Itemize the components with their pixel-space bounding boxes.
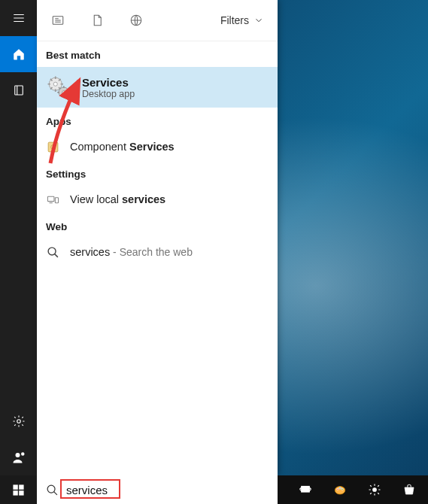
result-bold: services <box>122 193 165 205</box>
result-text: services <box>70 246 110 258</box>
svg-point-14 <box>48 247 56 255</box>
rail-menu-button[interactable] <box>0 0 37 36</box>
results-top-bar: Filters <box>37 0 278 41</box>
svg-rect-16 <box>19 484 23 489</box>
svg-point-9 <box>62 91 65 94</box>
section-apps: Apps <box>37 108 278 133</box>
best-match-title: Services <box>82 76 135 89</box>
svg-rect-18 <box>19 490 23 495</box>
devices-icon <box>46 193 59 206</box>
result-web-search[interactable]: services - Search the web <box>37 238 278 266</box>
system-tray <box>291 475 428 504</box>
store-icon[interactable] <box>395 475 423 504</box>
task-view-icon[interactable] <box>291 475 320 504</box>
result-view-local-services[interactable]: View local services <box>37 186 278 213</box>
svg-point-19 <box>47 485 55 493</box>
rail-account-button[interactable] <box>0 439 37 475</box>
section-best-match: Best match <box>37 41 278 67</box>
section-settings: Settings <box>37 160 278 186</box>
result-best-match-services[interactable]: Services Desktop app <box>37 67 278 108</box>
svg-point-3 <box>21 452 25 456</box>
search-icon <box>46 484 59 496</box>
svg-point-1 <box>17 420 20 424</box>
scope-news-icon[interactable] <box>50 13 65 28</box>
svg-rect-17 <box>13 490 17 495</box>
svg-point-22 <box>337 488 338 490</box>
svg-rect-12 <box>47 196 53 201</box>
filters-dropdown[interactable]: Filters <box>216 14 269 26</box>
chevron-down-icon <box>253 15 264 26</box>
rail-settings-button[interactable] <box>0 403 37 439</box>
taskbar <box>0 475 428 504</box>
svg-point-24 <box>341 488 343 490</box>
svg-point-2 <box>15 453 20 457</box>
svg-rect-10 <box>48 142 58 152</box>
search-input[interactable] <box>66 484 269 496</box>
result-component-services[interactable]: Component Services <box>37 133 278 160</box>
svg-point-25 <box>373 488 377 492</box>
taskbar-search-box[interactable] <box>37 475 278 504</box>
result-bold: Services <box>129 141 175 153</box>
section-web: Web <box>37 213 278 238</box>
best-match-subtitle: Desktop app <box>82 89 135 99</box>
search-results-panel: Filters Best match Services Desktop app … <box>37 0 278 475</box>
svg-rect-15 <box>13 484 17 489</box>
result-text: View local <box>70 193 122 205</box>
result-suffix: - Search the web <box>110 246 193 258</box>
scope-document-icon[interactable] <box>90 13 105 28</box>
services-gear-icon <box>46 74 71 100</box>
rail-home-button[interactable] <box>0 36 37 72</box>
result-text: Component <box>70 141 129 153</box>
paint-icon[interactable] <box>326 475 354 504</box>
cortana-left-rail <box>0 0 37 504</box>
svg-rect-0 <box>14 86 23 95</box>
search-icon <box>46 245 59 259</box>
svg-rect-13 <box>55 197 58 202</box>
rail-notebook-button[interactable] <box>0 72 37 108</box>
svg-point-7 <box>53 82 57 86</box>
settings-icon[interactable] <box>360 475 389 504</box>
filters-label: Filters <box>220 14 249 26</box>
svg-point-23 <box>339 487 341 489</box>
start-button[interactable] <box>0 475 37 504</box>
svg-rect-20 <box>302 487 310 493</box>
component-services-icon <box>46 140 59 153</box>
scope-web-icon[interactable] <box>129 13 144 28</box>
